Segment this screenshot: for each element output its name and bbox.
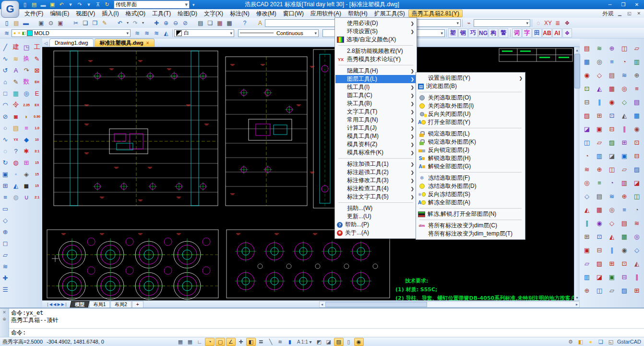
- mold-tool-icon[interactable]: ▥: [631, 55, 643, 68]
- dropdown-menu-item[interactable]: 使用必读(D): [335, 19, 416, 27]
- yanxiu-text-tool-button[interactable]: 字: [522, 28, 532, 37]
- toolbar-button[interactable]: ✎: [100, 19, 109, 27]
- mold-tool-icon[interactable]: ◎: [593, 55, 606, 68]
- mold-tool-icon[interactable]: ◇: [581, 189, 593, 203]
- dock-tool-icon[interactable]: 2.35: [22, 99, 31, 111]
- dock-tool-icon[interactable]: 10: [32, 134, 42, 145]
- mold-tool-icon[interactable]: ⊞: [618, 136, 631, 149]
- submenu-item[interactable]: 锁定选取图层(L): [417, 130, 525, 138]
- toolbar-button[interactable]: ▯: [2, 19, 12, 27]
- command-input[interactable]: 命令:: [9, 329, 644, 337]
- mold-tool-icon[interactable]: ▦: [581, 55, 593, 68]
- mold-tool-icon[interactable]: ⊡: [618, 257, 631, 270]
- toolbar-button[interactable]: ▣: [36, 19, 46, 27]
- mold-tool-icon[interactable]: ⊞: [631, 284, 643, 297]
- status-toggle-button[interactable]: ▦: [186, 338, 194, 346]
- dropdown-menu-item[interactable]: 捐助...(W): [335, 204, 416, 212]
- pin-icon[interactable]: ⊕: [2, 317, 6, 321]
- draw-tool-icon[interactable]: ▣: [0, 168, 10, 180]
- dock-tool-icon[interactable]: 令: [11, 99, 21, 111]
- layer-tool-button[interactable]: ≋: [152, 29, 161, 37]
- mold-tool-icon[interactable]: ⊞: [606, 257, 618, 270]
- menu-bar-item[interactable]: 文字(X): [201, 10, 227, 17]
- mold-tool-icon[interactable]: ⊡: [593, 230, 606, 243]
- dock-tool-icon[interactable]: ◙: [11, 111, 21, 122]
- mold-tool-icon[interactable]: ≋: [593, 41, 606, 55]
- quick-access-button[interactable]: ⊼: [94, 1, 102, 8]
- submenu-item[interactable]: 反向关闭图层(U): [417, 110, 525, 118]
- toolbar-button[interactable]: ?: [240, 19, 250, 27]
- draw-tool-icon[interactable]: ⊕: [0, 226, 10, 237]
- status-toggle-button[interactable]: ◩: [315, 338, 323, 346]
- menu-bar-item[interactable]: 绘图(D): [174, 10, 201, 17]
- dock-tool-icon[interactable]: ◼: [22, 180, 31, 191]
- layout-tab[interactable]: 模型: [70, 301, 89, 308]
- status-right-icon[interactable]: ❏: [597, 338, 605, 346]
- mold-tool-icon[interactable]: ▣: [581, 243, 593, 257]
- close-tab-icon[interactable]: ×: [146, 40, 149, 46]
- dropdown-menu-item[interactable]: 文字工具(T): [335, 108, 416, 116]
- status-toggle-button[interactable]: ▢: [215, 338, 225, 346]
- mold-tool-icon[interactable]: ◇: [606, 216, 618, 230]
- quick-access-button[interactable]: ▾: [67, 1, 74, 8]
- mold-tool-icon[interactable]: ▦: [593, 203, 606, 216]
- dock-tool-icon[interactable]: 工: [32, 41, 42, 53]
- linetype-combo[interactable]: Continuous ▾: [238, 29, 319, 37]
- yanxiu-text-tool-button[interactable]: AI: [552, 28, 562, 37]
- window-control-button[interactable]: ✕: [631, 1, 643, 8]
- mold-tool-icon[interactable]: ◉: [618, 243, 631, 257]
- mold-tool-icon[interactable]: ⊟: [606, 122, 618, 136]
- draw-tool-icon[interactable]: ≋: [0, 260, 10, 272]
- toolbar-button[interactable]: ▾: [140, 19, 146, 27]
- submenu-item[interactable]: 解锁选取图层(H): [417, 154, 525, 162]
- dropdown-menu-item[interactable]: 关于...(A): [335, 229, 416, 237]
- dock-tool-icon[interactable]: 15: [32, 168, 42, 180]
- scroll-up-icon[interactable]: ▲: [575, 47, 579, 53]
- status-right-icon[interactable]: ◧: [577, 338, 584, 346]
- mold-tool-icon[interactable]: ◫: [593, 284, 606, 297]
- quick-access-button[interactable]: ▯: [21, 1, 29, 8]
- mold-tool-icon[interactable]: ◫: [631, 189, 643, 203]
- dock-tool-icon[interactable]: ≋: [11, 53, 21, 64]
- mold-tool-icon[interactable]: ≡: [618, 203, 631, 216]
- layer-tool-button[interactable]: ◭: [161, 29, 171, 37]
- yanxiu-text-tool-button[interactable]: 词: [512, 28, 522, 37]
- mold-tool-icon[interactable]: ◭: [631, 257, 643, 270]
- mold-tool-icon[interactable]: ▨: [618, 284, 631, 297]
- mold-tool-icon[interactable]: ◭: [606, 230, 618, 243]
- dropdown-menu-item[interactable]: 选项/自定义颜色(X): [335, 36, 416, 44]
- menu-bar-item[interactable]: 燕秀工具箱2.81(Y): [408, 10, 463, 17]
- menu-bar-item[interactable]: 修改(M): [253, 10, 280, 17]
- toolbar-button[interactable]: ▣: [56, 19, 65, 27]
- draw-tool-icon[interactable]: ▭: [0, 203, 10, 214]
- status-toggle-button[interactable]: 〓: [257, 338, 265, 346]
- dropdown-menu-item[interactable]: 常用工具(N): [335, 116, 416, 124]
- mold-tool-icon[interactable]: ▥: [581, 270, 593, 284]
- mold-tool-icon[interactable]: ◎: [631, 230, 643, 243]
- menu-bar-item[interactable]: 文件(F): [21, 10, 47, 17]
- dropdown-menu-item[interactable]: 块工具(B): [335, 99, 416, 108]
- workspace-combo[interactable]: 传统界面 ▾: [114, 0, 190, 9]
- yanxiu-tool-button[interactable]: 警: [499, 28, 508, 37]
- dock-tool-icon[interactable]: YX: [11, 134, 21, 145]
- dock-tool-icon[interactable]: ◍: [11, 157, 21, 168]
- dock-tool-icon[interactable]: A: [11, 64, 21, 76]
- mold-tool-icon[interactable]: ▱: [581, 257, 593, 270]
- dropdown-menu-item[interactable]: 图层工具(L): [335, 75, 416, 83]
- mold-tool-icon[interactable]: ▦: [618, 230, 631, 243]
- dock-tool-icon[interactable]: ◍: [11, 191, 21, 203]
- dock-tool-icon[interactable]: 换: [22, 53, 31, 64]
- submenu-item[interactable]: 关闭选取外图层(I): [417, 102, 525, 110]
- mold-tool-icon[interactable]: ◉: [581, 68, 593, 82]
- mold-tool-icon[interactable]: ◔: [631, 203, 643, 216]
- menu-bar-item[interactable]: 标注(N): [227, 10, 253, 17]
- dropdown-menu-item[interactable]: 标注加强工具(1): [335, 160, 416, 168]
- dock-tool-icon[interactable]: ◈: [22, 168, 31, 180]
- menu-bar-item[interactable]: 帮助(H): [345, 10, 371, 17]
- status-toggle-button[interactable]: A 1:1 ▾: [295, 338, 314, 346]
- draw-tool-icon[interactable]: □: [0, 87, 10, 99]
- layout-tab[interactable]: 布局2: [110, 301, 131, 308]
- quick-access-button[interactable]: ↶: [58, 1, 65, 8]
- dock-tool-icon[interactable]: ✎: [11, 76, 21, 87]
- toolbar-button[interactable]: ✚: [152, 19, 161, 27]
